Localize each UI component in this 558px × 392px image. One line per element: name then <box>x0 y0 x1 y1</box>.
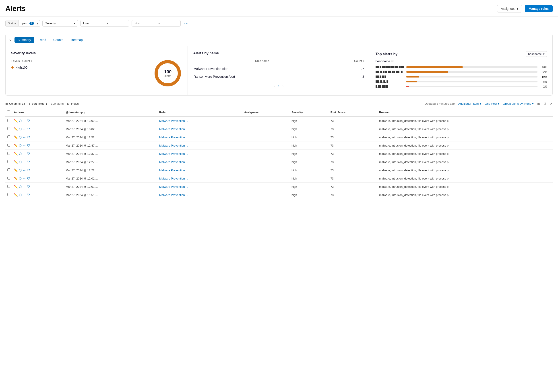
top-alerts-dropdown[interactable]: host.name ▾ <box>526 51 547 57</box>
row-checkbox-9[interactable] <box>7 193 10 196</box>
table-view-icon[interactable]: ⊞ <box>537 102 540 105</box>
manage-rules-button[interactable]: Manage rules <box>525 5 553 12</box>
pencil-icon[interactable]: ✏️ <box>14 160 17 164</box>
network-icon[interactable]: ⬡ <box>19 193 22 197</box>
pencil-icon[interactable]: ✏️ <box>14 135 17 139</box>
group-alerts-button[interactable]: Group alerts by: None ▾ <box>503 102 534 105</box>
top-alerts-title: Top alerts by <box>375 52 397 56</box>
rule-link-5[interactable]: Malware Prevention ... <box>159 160 188 164</box>
sort-fields-button[interactable]: ↕ Sort fields 1 <box>29 102 47 105</box>
more-icon[interactable]: ··· <box>23 152 26 155</box>
alerts-by-name-title: Alerts by name <box>193 51 364 55</box>
columns-button[interactable]: ⊞ Columns 16 <box>5 102 25 105</box>
row-checkbox-8[interactable] <box>7 185 10 188</box>
collapse-button[interactable]: ∨ <box>9 38 12 42</box>
timestamp-col-header[interactable]: @timestamp ↓ <box>64 108 157 117</box>
pencil-icon[interactable]: ✏️ <box>14 144 17 147</box>
shield-icon[interactable]: 🛡 <box>27 119 30 123</box>
row-checkbox-cell-6 <box>5 166 12 174</box>
current-page[interactable]: 1 <box>278 84 280 88</box>
network-icon[interactable]: ⬡ <box>19 168 22 172</box>
assignees-button[interactable]: Assignees ▾ <box>497 5 522 12</box>
more-icon[interactable]: ··· <box>23 193 26 197</box>
more-icon[interactable]: ··· <box>23 168 26 172</box>
select-all-checkbox[interactable] <box>7 110 10 113</box>
row-checkbox-4[interactable] <box>7 152 10 155</box>
pencil-icon[interactable]: ✏️ <box>14 168 17 172</box>
more-icon[interactable]: ··· <box>23 144 26 147</box>
shield-icon[interactable]: 🛡 <box>27 168 30 172</box>
expand-icon[interactable]: ⤢ <box>550 102 553 105</box>
rule-link-9[interactable]: Malware Prevention ... <box>159 193 188 197</box>
rule-link-6[interactable]: Malware Prevention ... <box>159 169 188 172</box>
shield-icon[interactable]: 🛡 <box>27 144 30 147</box>
network-icon[interactable]: ⬡ <box>19 135 22 139</box>
row-assignees-4 <box>243 150 290 158</box>
prev-page-button[interactable]: ‹ <box>274 84 275 88</box>
tab-trend[interactable]: Trend <box>35 37 49 43</box>
network-icon[interactable]: ⬡ <box>19 152 22 155</box>
top-alert-bar-row: ██. █. █. █ 8% <box>375 80 547 83</box>
severity-filter[interactable]: Severity ▾ <box>42 20 78 26</box>
rule-link-0[interactable]: Malware Prevention ... <box>159 119 188 123</box>
table-header-row: Actions @timestamp ↓ Rule Assignees Seve… <box>5 108 553 117</box>
fields-icon: ⊟ <box>67 102 70 105</box>
pencil-icon[interactable]: ✏️ <box>14 127 17 131</box>
row-checkbox-0[interactable] <box>7 119 10 122</box>
more-icon[interactable]: ··· <box>23 185 26 188</box>
network-icon[interactable]: ⬡ <box>19 160 22 164</box>
shield-icon[interactable]: 🛡 <box>27 152 30 155</box>
grid-view-button[interactable]: Grid view ▾ <box>485 102 499 105</box>
row-checkbox-2[interactable] <box>7 135 10 138</box>
row-checkbox-5[interactable] <box>7 160 10 163</box>
pencil-icon[interactable]: ✏️ <box>14 185 17 188</box>
network-icon[interactable]: ⬡ <box>19 185 22 188</box>
network-icon[interactable]: ⬡ <box>19 177 22 180</box>
pencil-icon[interactable]: ✏️ <box>14 119 17 123</box>
network-icon[interactable]: ⬡ <box>19 144 22 147</box>
table-row: ✏️ ⬡ ··· 🛡 Mar 27, 2024 @ 12:22:... Malw… <box>5 166 553 174</box>
settings-icon[interactable]: ⚙ <box>543 102 546 105</box>
rule-link-3[interactable]: Malware Prevention ... <box>159 144 188 147</box>
shield-icon[interactable]: 🛡 <box>27 193 30 197</box>
user-filter[interactable]: User ▾ <box>80 20 129 26</box>
more-icon[interactable]: ··· <box>23 177 26 180</box>
pencil-icon[interactable]: ✏️ <box>14 193 17 197</box>
row-checkbox-1[interactable] <box>7 127 10 130</box>
severity-levels-panel: Severity levels Levels Count ↓ <box>6 46 188 95</box>
rule-link-8[interactable]: Malware Prevention ... <box>159 185 188 188</box>
row-checkbox-7[interactable] <box>7 177 10 180</box>
more-icon[interactable]: ··· <box>23 135 26 139</box>
pencil-icon[interactable]: ✏️ <box>14 177 17 180</box>
rule-link-2[interactable]: Malware Prevention ... <box>159 136 188 139</box>
severity-levels-col: Levels <box>11 59 22 64</box>
row-checkbox-3[interactable] <box>7 144 10 147</box>
row-checkbox-cell-5 <box>5 158 12 166</box>
next-page-button[interactable]: › <box>282 84 283 88</box>
shield-icon[interactable]: 🛡 <box>27 127 30 131</box>
shield-icon[interactable]: 🛡 <box>27 160 30 164</box>
tab-counts[interactable]: Counts <box>50 37 66 43</box>
rule-link-1[interactable]: Malware Prevention ... <box>159 127 188 131</box>
tab-treemap[interactable]: Treemap <box>67 37 86 43</box>
more-icon[interactable]: ··· <box>23 127 26 131</box>
rule-link-7[interactable]: Malware Prevention ... <box>159 177 188 180</box>
row-checkbox-6[interactable] <box>7 168 10 171</box>
tab-summary[interactable]: Summary <box>15 37 34 43</box>
alerts-by-name-panel: Alerts by name Rule name Count ↓ Malware… <box>188 46 370 95</box>
table-row: ✏️ ⬡ ··· 🛡 Mar 27, 2024 @ 13:02:... Malw… <box>5 117 553 125</box>
host-filter[interactable]: Host ▾ <box>131 20 181 26</box>
shield-icon[interactable]: 🛡 <box>27 135 30 139</box>
rule-link-4[interactable]: Malware Prevention ... <box>159 152 188 155</box>
network-icon[interactable]: ⬡ <box>19 119 22 123</box>
shield-icon[interactable]: 🛡 <box>27 185 30 188</box>
pencil-icon[interactable]: ✏️ <box>14 152 17 155</box>
status-filter[interactable]: Status open 1 ▾ <box>5 20 40 27</box>
more-icon[interactable]: ··· <box>23 119 26 123</box>
additional-filters-button[interactable]: Additional filters ▾ <box>458 102 481 105</box>
more-filters-button[interactable]: ··· <box>183 20 190 27</box>
shield-icon[interactable]: 🛡 <box>27 177 30 180</box>
more-icon[interactable]: ··· <box>23 160 26 164</box>
fields-button[interactable]: ⊟ Fields <box>67 102 79 105</box>
network-icon[interactable]: ⬡ <box>19 127 22 131</box>
